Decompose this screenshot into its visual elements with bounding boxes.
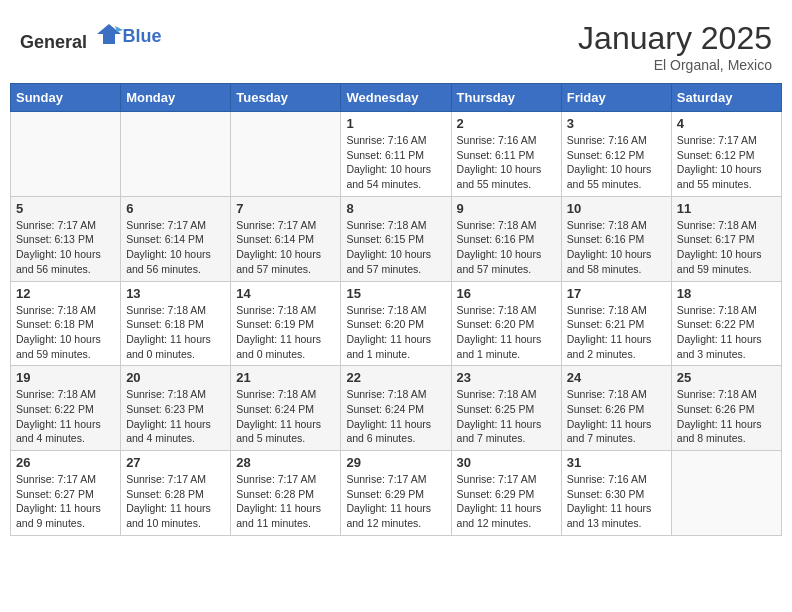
day-info: Sunrise: 7:18 AM Sunset: 6:15 PM Dayligh… [346, 218, 445, 277]
day-info: Sunrise: 7:18 AM Sunset: 6:20 PM Dayligh… [457, 303, 556, 362]
day-info: Sunrise: 7:18 AM Sunset: 6:16 PM Dayligh… [567, 218, 666, 277]
calendar-cell: 16Sunrise: 7:18 AM Sunset: 6:20 PM Dayli… [451, 281, 561, 366]
week-row-4: 19Sunrise: 7:18 AM Sunset: 6:22 PM Dayli… [11, 366, 782, 451]
calendar-table: SundayMondayTuesdayWednesdayThursdayFrid… [10, 83, 782, 536]
day-number: 28 [236, 455, 335, 470]
month-title: January 2025 [578, 20, 772, 57]
day-header-thursday: Thursday [451, 84, 561, 112]
calendar-cell: 19Sunrise: 7:18 AM Sunset: 6:22 PM Dayli… [11, 366, 121, 451]
calendar-cell [11, 112, 121, 197]
day-info: Sunrise: 7:18 AM Sunset: 6:18 PM Dayligh… [16, 303, 115, 362]
location-title: El Organal, Mexico [578, 57, 772, 73]
day-number: 7 [236, 201, 335, 216]
week-row-3: 12Sunrise: 7:18 AM Sunset: 6:18 PM Dayli… [11, 281, 782, 366]
day-header-friday: Friday [561, 84, 671, 112]
day-number: 24 [567, 370, 666, 385]
day-number: 30 [457, 455, 556, 470]
day-info: Sunrise: 7:16 AM Sunset: 6:12 PM Dayligh… [567, 133, 666, 192]
calendar-cell: 12Sunrise: 7:18 AM Sunset: 6:18 PM Dayli… [11, 281, 121, 366]
day-info: Sunrise: 7:18 AM Sunset: 6:22 PM Dayligh… [16, 387, 115, 446]
day-info: Sunrise: 7:16 AM Sunset: 6:30 PM Dayligh… [567, 472, 666, 531]
calendar-cell: 5Sunrise: 7:17 AM Sunset: 6:13 PM Daylig… [11, 196, 121, 281]
day-number: 27 [126, 455, 225, 470]
day-info: Sunrise: 7:18 AM Sunset: 6:17 PM Dayligh… [677, 218, 776, 277]
calendar-cell: 28Sunrise: 7:17 AM Sunset: 6:28 PM Dayli… [231, 451, 341, 536]
day-info: Sunrise: 7:16 AM Sunset: 6:11 PM Dayligh… [457, 133, 556, 192]
calendar-cell: 13Sunrise: 7:18 AM Sunset: 6:18 PM Dayli… [121, 281, 231, 366]
day-info: Sunrise: 7:18 AM Sunset: 6:22 PM Dayligh… [677, 303, 776, 362]
day-number: 29 [346, 455, 445, 470]
day-number: 5 [16, 201, 115, 216]
day-info: Sunrise: 7:17 AM Sunset: 6:27 PM Dayligh… [16, 472, 115, 531]
calendar-cell: 17Sunrise: 7:18 AM Sunset: 6:21 PM Dayli… [561, 281, 671, 366]
logo-bird-icon [95, 20, 123, 48]
week-row-5: 26Sunrise: 7:17 AM Sunset: 6:27 PM Dayli… [11, 451, 782, 536]
calendar-cell: 10Sunrise: 7:18 AM Sunset: 6:16 PM Dayli… [561, 196, 671, 281]
calendar-cell: 23Sunrise: 7:18 AM Sunset: 6:25 PM Dayli… [451, 366, 561, 451]
day-info: Sunrise: 7:18 AM Sunset: 6:19 PM Dayligh… [236, 303, 335, 362]
day-header-wednesday: Wednesday [341, 84, 451, 112]
calendar-cell: 27Sunrise: 7:17 AM Sunset: 6:28 PM Dayli… [121, 451, 231, 536]
day-info: Sunrise: 7:18 AM Sunset: 6:16 PM Dayligh… [457, 218, 556, 277]
day-number: 8 [346, 201, 445, 216]
day-number: 15 [346, 286, 445, 301]
day-info: Sunrise: 7:16 AM Sunset: 6:11 PM Dayligh… [346, 133, 445, 192]
day-info: Sunrise: 7:18 AM Sunset: 6:26 PM Dayligh… [677, 387, 776, 446]
day-info: Sunrise: 7:17 AM Sunset: 6:29 PM Dayligh… [346, 472, 445, 531]
day-header-tuesday: Tuesday [231, 84, 341, 112]
calendar-cell: 15Sunrise: 7:18 AM Sunset: 6:20 PM Dayli… [341, 281, 451, 366]
day-header-monday: Monday [121, 84, 231, 112]
day-info: Sunrise: 7:18 AM Sunset: 6:21 PM Dayligh… [567, 303, 666, 362]
day-number: 26 [16, 455, 115, 470]
calendar-cell [231, 112, 341, 197]
day-number: 21 [236, 370, 335, 385]
calendar-cell: 3Sunrise: 7:16 AM Sunset: 6:12 PM Daylig… [561, 112, 671, 197]
day-number: 23 [457, 370, 556, 385]
day-info: Sunrise: 7:17 AM Sunset: 6:28 PM Dayligh… [236, 472, 335, 531]
calendar-cell [671, 451, 781, 536]
day-number: 11 [677, 201, 776, 216]
day-number: 4 [677, 116, 776, 131]
svg-marker-0 [97, 24, 121, 44]
calendar-cell: 4Sunrise: 7:17 AM Sunset: 6:12 PM Daylig… [671, 112, 781, 197]
day-number: 2 [457, 116, 556, 131]
day-info: Sunrise: 7:17 AM Sunset: 6:29 PM Dayligh… [457, 472, 556, 531]
day-number: 20 [126, 370, 225, 385]
title-area: January 2025 El Organal, Mexico [578, 20, 772, 73]
day-number: 17 [567, 286, 666, 301]
day-info: Sunrise: 7:18 AM Sunset: 6:24 PM Dayligh… [346, 387, 445, 446]
day-number: 31 [567, 455, 666, 470]
calendar-cell: 9Sunrise: 7:18 AM Sunset: 6:16 PM Daylig… [451, 196, 561, 281]
calendar-cell: 29Sunrise: 7:17 AM Sunset: 6:29 PM Dayli… [341, 451, 451, 536]
calendar-cell: 2Sunrise: 7:16 AM Sunset: 6:11 PM Daylig… [451, 112, 561, 197]
calendar-cell: 20Sunrise: 7:18 AM Sunset: 6:23 PM Dayli… [121, 366, 231, 451]
header: General Blue January 2025 El Organal, Me… [10, 10, 782, 78]
day-info: Sunrise: 7:18 AM Sunset: 6:20 PM Dayligh… [346, 303, 445, 362]
day-info: Sunrise: 7:17 AM Sunset: 6:14 PM Dayligh… [126, 218, 225, 277]
day-number: 3 [567, 116, 666, 131]
day-number: 18 [677, 286, 776, 301]
day-number: 12 [16, 286, 115, 301]
day-info: Sunrise: 7:17 AM Sunset: 6:12 PM Dayligh… [677, 133, 776, 192]
day-header-sunday: Sunday [11, 84, 121, 112]
day-header-saturday: Saturday [671, 84, 781, 112]
day-info: Sunrise: 7:17 AM Sunset: 6:13 PM Dayligh… [16, 218, 115, 277]
day-info: Sunrise: 7:18 AM Sunset: 6:26 PM Dayligh… [567, 387, 666, 446]
calendar-cell: 25Sunrise: 7:18 AM Sunset: 6:26 PM Dayli… [671, 366, 781, 451]
calendar-cell: 21Sunrise: 7:18 AM Sunset: 6:24 PM Dayli… [231, 366, 341, 451]
calendar-cell: 26Sunrise: 7:17 AM Sunset: 6:27 PM Dayli… [11, 451, 121, 536]
day-number: 10 [567, 201, 666, 216]
calendar-cell: 31Sunrise: 7:16 AM Sunset: 6:30 PM Dayli… [561, 451, 671, 536]
day-number: 6 [126, 201, 225, 216]
day-info: Sunrise: 7:18 AM Sunset: 6:24 PM Dayligh… [236, 387, 335, 446]
calendar-cell: 30Sunrise: 7:17 AM Sunset: 6:29 PM Dayli… [451, 451, 561, 536]
day-number: 9 [457, 201, 556, 216]
logo-general: General [20, 32, 87, 52]
calendar-cell: 24Sunrise: 7:18 AM Sunset: 6:26 PM Dayli… [561, 366, 671, 451]
calendar-cell: 6Sunrise: 7:17 AM Sunset: 6:14 PM Daylig… [121, 196, 231, 281]
calendar-cell: 1Sunrise: 7:16 AM Sunset: 6:11 PM Daylig… [341, 112, 451, 197]
day-number: 14 [236, 286, 335, 301]
day-info: Sunrise: 7:18 AM Sunset: 6:25 PM Dayligh… [457, 387, 556, 446]
logo: General Blue [20, 20, 162, 53]
calendar-cell: 11Sunrise: 7:18 AM Sunset: 6:17 PM Dayli… [671, 196, 781, 281]
